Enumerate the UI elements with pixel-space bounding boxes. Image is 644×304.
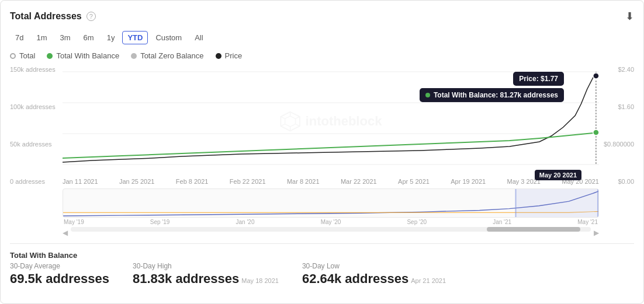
stats-row: 30-Day Average69.5k addresses30-Day High… <box>10 262 634 286</box>
stat-item-30-day-average: 30-Day Average69.5k addresses <box>10 262 109 286</box>
x-axis-label: Feb 8 2021 <box>176 178 209 185</box>
x-axis-labels: Jan 11 2021Jan 25 2021Feb 8 2021Feb 22 2… <box>63 178 599 185</box>
help-icon[interactable]: ? <box>86 12 96 21</box>
stat-date: May 18 2021 <box>241 277 279 284</box>
y-axis-right-label: $2.40 <box>604 66 634 73</box>
legend-dot <box>10 53 16 59</box>
scroll-thumb[interactable] <box>487 227 580 232</box>
time-filter-btn-1m[interactable]: 1m <box>31 31 52 44</box>
legend-item-total-zero-balance: Total Zero Balance <box>131 51 203 60</box>
stat-value: 62.64k addresses <box>302 271 408 286</box>
time-filter-btn-3m[interactable]: 3m <box>55 31 76 44</box>
y-axis-right-label: $1.60 <box>604 103 634 110</box>
scroll-right-arrow[interactable]: ▶ <box>594 229 599 237</box>
x-axis-label: Feb 22 2021 <box>230 178 266 185</box>
main-chart-area: intotheblock Price: $1. <box>63 66 599 177</box>
x-axis-label: Jan 25 2021 <box>119 178 155 185</box>
card-header: Total Addresses ? ⬇ <box>10 10 634 23</box>
scroll-track <box>71 227 591 232</box>
y-axis-left-label: 50k addresses <box>10 141 56 148</box>
legend-item-total: Total <box>10 51 35 60</box>
mini-chart-label: Sep '19 <box>150 219 170 225</box>
y-axis-left-label: 100k addresses <box>10 103 56 110</box>
x-axis-label: Apr 5 2021 <box>398 178 430 185</box>
mini-chart-area <box>63 188 599 218</box>
legend-label: Total With Balance <box>56 51 119 60</box>
y-axis-right-label: $0.800000 <box>604 141 634 148</box>
y-axis-left-label: 0 addresses <box>10 178 56 185</box>
time-filter-btn-all[interactable]: All <box>189 31 208 44</box>
time-filter-btn-6m[interactable]: 6m <box>78 31 99 44</box>
svg-point-13 <box>593 73 599 79</box>
active-date-label: May 20 2021 <box>535 170 581 180</box>
svg-point-14 <box>593 130 599 135</box>
stat-item-30-day-low: 30-Day Low62.64k addressesApr 21 2021 <box>302 262 446 286</box>
tooltip-balance-dot <box>425 93 430 97</box>
legend-item-price: Price <box>216 51 243 60</box>
legend-item-total-with-balance: Total With Balance <box>47 51 119 60</box>
legend-dot <box>47 53 53 59</box>
stat-label: 30-Day Average <box>10 262 109 270</box>
legend-label: Price <box>225 51 243 60</box>
time-filter-btn-ytd[interactable]: YTD <box>122 31 148 44</box>
chart-legend: TotalTotal With BalanceTotal Zero Balanc… <box>10 51 634 60</box>
x-axis-label: Mar 22 2021 <box>341 178 377 185</box>
tooltip-balance: Total With Balance: 81.27k addresses <box>420 88 564 102</box>
stat-value: 81.83k addresses <box>133 271 239 286</box>
scroll-left-arrow[interactable]: ◀ <box>63 229 68 237</box>
legend-label: Total Zero Balance <box>140 51 203 60</box>
svg-rect-17 <box>597 189 598 217</box>
x-axis-label: Mar 8 2021 <box>287 178 320 185</box>
chart-wrapper: 150k addresses100k addresses50k addresse… <box>10 66 634 185</box>
svg-rect-15 <box>515 189 598 217</box>
mini-chart-label: May '20 <box>321 219 341 225</box>
legend-label: Total <box>19 51 35 60</box>
stat-item-30-day-high: 30-Day High81.83k addressesMay 18 2021 <box>133 262 279 286</box>
mini-chart-label: Sep '20 <box>407 219 427 225</box>
legend-dot <box>216 53 221 59</box>
download-icon[interactable]: ⬇ <box>625 10 634 23</box>
mini-chart-label: Jan '21 <box>493 219 511 225</box>
stats-section: Total With Balance 30-Day Average69.5k a… <box>10 243 634 286</box>
x-axis-label: Apr 19 2021 <box>451 178 486 185</box>
mini-chart-label: Jan '20 <box>236 219 255 225</box>
time-filter-group: 7d1m3m6m1yYTDCustomAll <box>10 31 634 44</box>
x-axis-label: Jan 11 2021 <box>63 178 98 185</box>
stat-date: Apr 21 2021 <box>411 277 446 284</box>
scroll-bar: ◀ ▶ <box>63 227 599 235</box>
stat-value: 69.5k addresses <box>10 271 109 286</box>
y-axis-right: $2.40$1.60$0.800000$0.00 <box>604 66 634 185</box>
mini-chart-label: May '21 <box>577 219 598 225</box>
y-axis-right-label: $0.00 <box>604 178 634 185</box>
card-title: Total Addresses <box>10 11 82 22</box>
card-title-row: Total Addresses ? <box>10 11 96 22</box>
mini-chart-labels: May '19Sep '19Jan '20May '20Sep '20Jan '… <box>63 219 599 225</box>
stat-label: 30-Day Low <box>302 262 446 270</box>
svg-rect-16 <box>515 189 517 217</box>
time-filter-btn-custom[interactable]: Custom <box>150 31 187 44</box>
total-addresses-card: Total Addresses ? ⬇ 7d1m3m6m1yYTDCustomA… <box>0 0 644 304</box>
time-filter-btn-7d[interactable]: 7d <box>10 31 29 44</box>
legend-dot <box>131 53 137 59</box>
y-axis-left: 150k addresses100k addresses50k addresse… <box>10 66 56 185</box>
time-filter-btn-1y[interactable]: 1y <box>102 31 120 44</box>
mini-chart-label: May '19 <box>64 219 84 225</box>
mini-chart-wrapper: May '19Sep '19Jan '20May '20Sep '20Jan '… <box>10 188 634 235</box>
mini-chart-svg <box>63 189 598 217</box>
y-axis-left-label: 150k addresses <box>10 66 56 73</box>
stats-title: Total With Balance <box>10 251 634 260</box>
tooltip-price: Price: $1.77 <box>513 72 564 86</box>
stat-label: 30-Day High <box>133 262 279 270</box>
